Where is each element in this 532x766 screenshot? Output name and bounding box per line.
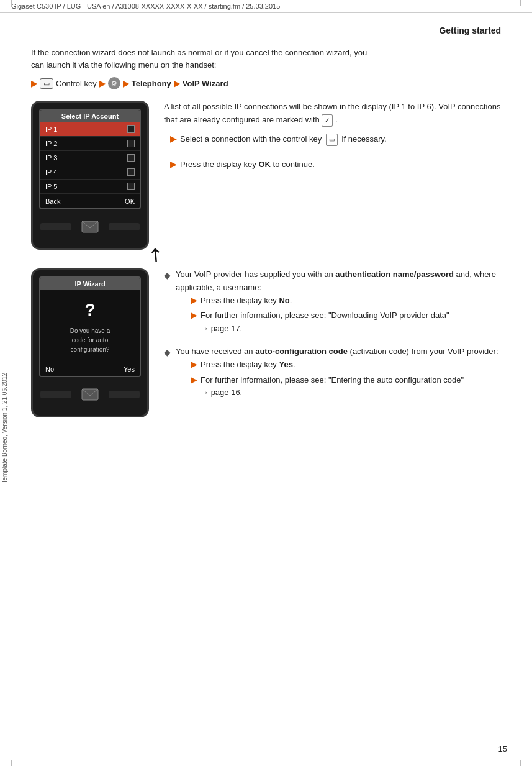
menu-arrow-1: ▶ <box>31 79 37 88</box>
intro-paragraph: If the connection wizard does not launch… <box>31 47 507 71</box>
phone-device-1: Select IP Account IP 1 IP 2 IP 3 <box>31 101 149 250</box>
header-text: Gigaset C530 IP / LUG - USA en / A31008-… <box>11 2 280 10</box>
diamond-icon-1: ◆ <box>164 268 171 282</box>
sub-arrow-1b: ▶ <box>191 309 197 335</box>
wizard-body-text: Do you have acode for autoconfiguration? <box>45 326 135 354</box>
ok-button-label: OK <box>125 198 135 205</box>
sub-bullet-2b: ▶ For further information, please see: "… <box>191 374 498 400</box>
sub-bullet-1a: ▶ Press the display key No. <box>191 294 507 308</box>
press-ok-line: ▶ Press the display key OK to continue. <box>164 158 507 171</box>
right-text-1: A list of all possible IP connections wi… <box>164 101 507 181</box>
phone-buttons-row-1 <box>39 214 141 237</box>
screen-item-ip5: IP 5 <box>40 180 140 194</box>
phone-btn-right-1 <box>109 223 140 230</box>
phone-screen-2: IP Wizard ? Do you have acode for autoco… <box>39 276 141 377</box>
phone-mockup-2: IP Wizard ? Do you have acode for autoco… <box>31 268 149 417</box>
main-content: Getting started If the connection wizard… <box>31 13 507 417</box>
bullet-arrow-2: ▶ <box>170 158 176 171</box>
screen-item-ip3: IP 3 <box>40 151 140 165</box>
screen-item-ip4: IP 4 <box>40 165 140 180</box>
tick-top-right <box>520 0 521 6</box>
right-text-2: ◆ Your VoIP provider has supplied you wi… <box>164 268 507 409</box>
diamond-item-2: ◆ You have received an auto-configuratio… <box>164 345 507 402</box>
section-select-ip: Select IP Account IP 1 IP 2 IP 3 <box>31 101 507 250</box>
screen-title-2: IP Wizard <box>40 278 140 290</box>
menu-arrow-2: ▶ <box>99 79 106 88</box>
question-mark: ? <box>45 300 135 320</box>
page-number: 15 <box>498 744 507 754</box>
press-ok-section: ▶ Press the display key OK to continue. <box>164 158 507 171</box>
bullet-select-connection: ▶ Select a connection with the control k… <box>164 133 507 146</box>
sub-bullet-1b: ▶ For further information, please see: "… <box>191 309 507 335</box>
screen-title-1: Select IP Account <box>40 110 140 122</box>
sub-arrow-2b: ▶ <box>191 374 197 400</box>
control-key-icon-inline: ▭ <box>326 134 338 146</box>
yes-button-label: Yes <box>124 365 135 373</box>
right-para-1: A list of all possible IP connections wi… <box>164 101 507 127</box>
phone-screen-1: Select IP Account IP 1 IP 2 IP 3 <box>39 109 141 209</box>
phone-device-2: IP Wizard ? Do you have acode for autoco… <box>31 268 149 417</box>
bullet-arrow-1: ▶ <box>170 133 176 146</box>
phone-mockup-1: Select IP Account IP 1 IP 2 IP 3 <box>31 101 149 250</box>
phone-btn-left-2 <box>40 391 71 398</box>
diamond-item-1: ◆ Your VoIP provider has supplied you wi… <box>164 268 507 338</box>
side-label: Template Borneo, Version 1, 21.06.2012 <box>1 373 8 483</box>
diamond-icon-2: ◆ <box>164 345 171 359</box>
control-key-icon: ▭ <box>40 78 53 89</box>
menu-arrow-3: ▶ <box>123 79 129 88</box>
screen-checkbox-2 <box>127 140 135 147</box>
menu-telephony: Telephony <box>132 79 171 88</box>
screen-wizard-body: ? Do you have acode for autoconfiguratio… <box>40 290 140 362</box>
tick-bottom-right <box>520 760 521 766</box>
menu-voip-wizard: VoIP Wizard <box>183 79 228 88</box>
checkmark-icon: ✓ <box>322 114 333 127</box>
tick-bottom-left <box>11 760 12 766</box>
section-title: Getting started <box>31 25 507 35</box>
screen-item-ip2: IP 2 <box>40 137 140 151</box>
phone-envelope-area-2 <box>78 385 102 404</box>
menu-arrow-4: ▶ <box>174 79 180 88</box>
phone-btn-left-1 <box>40 223 71 230</box>
tick-top-left <box>11 0 12 6</box>
envelope-icon-2 <box>81 388 99 401</box>
menu-path: ▶ ▭ Control key ▶ ⚙ ▶ Telephony ▶ VoIP W… <box>31 77 507 89</box>
screen-checkbox-1 <box>127 125 135 133</box>
gear-icon: ⚙ <box>108 77 120 89</box>
screen-checkbox-3 <box>127 154 135 162</box>
section-ip-wizard: IP Wizard ? Do you have acode for autoco… <box>31 268 507 417</box>
screen-checkbox-4 <box>127 168 135 176</box>
sub-arrow-1a: ▶ <box>191 294 197 308</box>
document-header: Gigaset C530 IP / LUG - USA en / A31008-… <box>0 0 532 13</box>
screen-checkbox-5 <box>127 183 135 190</box>
sub-bullet-2a: ▶ Press the display key Yes. <box>191 358 498 372</box>
sub-bullets-2: ▶ Press the display key Yes. ▶ For furth… <box>176 358 498 399</box>
sub-bullets-1: ▶ Press the display key No. ▶ For furthe… <box>176 294 507 335</box>
screen-bottom-bar-2: No Yes <box>40 362 140 376</box>
control-key-label: Control key <box>56 79 97 88</box>
phone-btn-right-2 <box>109 391 140 398</box>
screen-bottom-bar-1: Back OK <box>40 194 140 208</box>
no-button-label: No <box>45 365 54 373</box>
back-button-label: Back <box>45 198 60 205</box>
screen-list: IP 1 IP 2 IP 3 IP 4 <box>40 122 140 194</box>
phone-envelope-area <box>78 217 102 237</box>
envelope-icon <box>81 221 99 233</box>
sub-arrow-2a: ▶ <box>191 358 197 372</box>
screen-item-ip1: IP 1 <box>40 122 140 137</box>
phone-buttons-row-2 <box>39 382 141 404</box>
